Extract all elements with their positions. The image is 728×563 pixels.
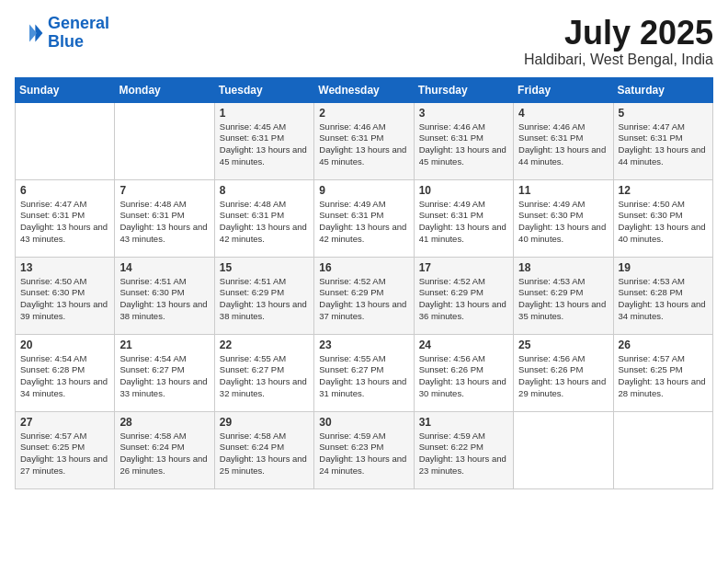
- day-info: Sunrise: 4:57 AM Sunset: 6:25 PM Dayligh…: [20, 431, 109, 477]
- day-number: 6: [20, 184, 109, 197]
- header-monday: Monday: [115, 77, 214, 102]
- calendar-cell: 14Sunrise: 4:51 AM Sunset: 6:30 PM Dayli…: [115, 257, 214, 334]
- day-info: Sunrise: 4:59 AM Sunset: 6:23 PM Dayligh…: [319, 431, 408, 477]
- calendar-cell: 29Sunrise: 4:58 AM Sunset: 6:24 PM Dayli…: [214, 411, 313, 488]
- day-number: 18: [518, 261, 608, 274]
- day-number: 26: [619, 339, 708, 351]
- day-number: 11: [518, 184, 608, 197]
- calendar-cell: 12Sunrise: 4:50 AM Sunset: 6:30 PM Dayli…: [613, 179, 712, 257]
- calendar-table: Sunday Monday Tuesday Wednesday Thursday…: [15, 77, 713, 489]
- calendar-cell: 20Sunrise: 4:54 AM Sunset: 6:28 PM Dayli…: [16, 334, 115, 411]
- calendar-cell: 16Sunrise: 4:52 AM Sunset: 6:29 PM Dayli…: [314, 257, 414, 334]
- day-number: 4: [518, 107, 608, 120]
- day-number: 10: [419, 184, 508, 197]
- calendar-cell: 25Sunrise: 4:56 AM Sunset: 6:26 PM Dayli…: [514, 334, 613, 411]
- calendar-cell: 2Sunrise: 4:46 AM Sunset: 6:31 PM Daylig…: [314, 102, 414, 179]
- day-number: 20: [20, 339, 109, 351]
- day-info: Sunrise: 4:59 AM Sunset: 6:22 PM Dayligh…: [419, 431, 508, 477]
- day-number: 15: [220, 261, 309, 274]
- day-number: 23: [319, 339, 408, 351]
- day-info: Sunrise: 4:57 AM Sunset: 6:25 PM Dayligh…: [619, 353, 708, 400]
- calendar-cell: [514, 411, 613, 488]
- calendar-cell: 3Sunrise: 4:46 AM Sunset: 6:31 PM Daylig…: [414, 102, 513, 179]
- calendar-cell: 4Sunrise: 4:46 AM Sunset: 6:31 PM Daylig…: [514, 102, 613, 179]
- header-wednesday: Wednesday: [314, 77, 414, 102]
- day-info: Sunrise: 4:54 AM Sunset: 6:27 PM Dayligh…: [119, 353, 209, 400]
- day-number: 21: [119, 339, 209, 351]
- day-number: 28: [119, 416, 209, 429]
- calendar-cell: 23Sunrise: 4:55 AM Sunset: 6:27 PM Dayli…: [314, 334, 414, 411]
- calendar-week-3: 20Sunrise: 4:54 AM Sunset: 6:28 PM Dayli…: [16, 334, 713, 411]
- logo: General Blue: [15, 15, 109, 52]
- calendar-cell: 9Sunrise: 4:49 AM Sunset: 6:31 PM Daylig…: [314, 179, 414, 257]
- day-number: 27: [20, 416, 109, 429]
- day-info: Sunrise: 4:46 AM Sunset: 6:31 PM Dayligh…: [518, 121, 608, 168]
- day-number: 31: [419, 416, 508, 429]
- day-number: 5: [619, 107, 708, 120]
- calendar-cell: 13Sunrise: 4:50 AM Sunset: 6:30 PM Dayli…: [16, 257, 115, 334]
- calendar-cell: 21Sunrise: 4:54 AM Sunset: 6:27 PM Dayli…: [115, 334, 214, 411]
- calendar-header: Sunday Monday Tuesday Wednesday Thursday…: [16, 77, 713, 102]
- calendar-cell: 18Sunrise: 4:53 AM Sunset: 6:29 PM Dayli…: [514, 257, 613, 334]
- day-number: 3: [419, 107, 508, 120]
- day-number: 22: [220, 339, 309, 351]
- day-number: 1: [220, 107, 309, 120]
- calendar-cell: 28Sunrise: 4:58 AM Sunset: 6:24 PM Dayli…: [115, 411, 214, 488]
- day-info: Sunrise: 4:53 AM Sunset: 6:29 PM Dayligh…: [518, 276, 608, 323]
- calendar-cell: 8Sunrise: 4:48 AM Sunset: 6:31 PM Daylig…: [214, 179, 313, 257]
- day-number: 19: [619, 261, 708, 274]
- page-header: General Blue July 2025 Haldibari, West B…: [15, 15, 713, 68]
- day-info: Sunrise: 4:56 AM Sunset: 6:26 PM Dayligh…: [419, 353, 508, 400]
- header-saturday: Saturday: [613, 77, 712, 102]
- calendar-cell: 10Sunrise: 4:49 AM Sunset: 6:31 PM Dayli…: [414, 179, 513, 257]
- day-info: Sunrise: 4:53 AM Sunset: 6:28 PM Dayligh…: [619, 276, 708, 323]
- location: Haldibari, West Bengal, India: [524, 52, 713, 68]
- day-info: Sunrise: 4:52 AM Sunset: 6:29 PM Dayligh…: [319, 276, 408, 323]
- day-number: 16: [319, 261, 408, 274]
- header-sunday: Sunday: [16, 77, 115, 102]
- day-info: Sunrise: 4:56 AM Sunset: 6:26 PM Dayligh…: [518, 353, 608, 400]
- day-info: Sunrise: 4:58 AM Sunset: 6:24 PM Dayligh…: [220, 431, 309, 477]
- day-info: Sunrise: 4:50 AM Sunset: 6:30 PM Dayligh…: [20, 276, 109, 323]
- calendar-cell: 27Sunrise: 4:57 AM Sunset: 6:25 PM Dayli…: [16, 411, 115, 488]
- calendar-cell: 5Sunrise: 4:47 AM Sunset: 6:31 PM Daylig…: [613, 102, 712, 179]
- day-number: 17: [419, 261, 508, 274]
- day-info: Sunrise: 4:51 AM Sunset: 6:29 PM Dayligh…: [220, 276, 309, 323]
- day-info: Sunrise: 4:58 AM Sunset: 6:24 PM Dayligh…: [119, 431, 209, 477]
- calendar-week-2: 13Sunrise: 4:50 AM Sunset: 6:30 PM Dayli…: [16, 257, 713, 334]
- day-info: Sunrise: 4:49 AM Sunset: 6:31 PM Dayligh…: [419, 199, 508, 246]
- day-info: Sunrise: 4:55 AM Sunset: 6:27 PM Dayligh…: [220, 353, 309, 400]
- logo-icon: [15, 18, 44, 48]
- calendar-cell: [16, 102, 115, 179]
- day-info: Sunrise: 4:52 AM Sunset: 6:29 PM Dayligh…: [419, 276, 508, 323]
- calendar-cell: 31Sunrise: 4:59 AM Sunset: 6:22 PM Dayli…: [414, 411, 513, 488]
- day-number: 2: [319, 107, 408, 120]
- header-row: Sunday Monday Tuesday Wednesday Thursday…: [16, 77, 713, 102]
- day-number: 29: [220, 416, 309, 429]
- calendar-cell: 22Sunrise: 4:55 AM Sunset: 6:27 PM Dayli…: [214, 334, 313, 411]
- calendar-cell: 11Sunrise: 4:49 AM Sunset: 6:30 PM Dayli…: [514, 179, 613, 257]
- day-number: 8: [220, 184, 309, 197]
- calendar-cell: 26Sunrise: 4:57 AM Sunset: 6:25 PM Dayli…: [613, 334, 712, 411]
- day-number: 7: [119, 184, 209, 197]
- calendar-cell: 7Sunrise: 4:48 AM Sunset: 6:31 PM Daylig…: [115, 179, 214, 257]
- day-number: 14: [119, 261, 209, 274]
- day-info: Sunrise: 4:48 AM Sunset: 6:31 PM Dayligh…: [220, 199, 309, 246]
- calendar-cell: [115, 102, 214, 179]
- calendar-cell: 24Sunrise: 4:56 AM Sunset: 6:26 PM Dayli…: [414, 334, 513, 411]
- day-info: Sunrise: 4:45 AM Sunset: 6:31 PM Dayligh…: [220, 121, 309, 168]
- day-info: Sunrise: 4:47 AM Sunset: 6:31 PM Dayligh…: [20, 199, 109, 246]
- day-number: 24: [419, 339, 508, 351]
- day-info: Sunrise: 4:47 AM Sunset: 6:31 PM Dayligh…: [619, 121, 708, 168]
- day-info: Sunrise: 4:46 AM Sunset: 6:31 PM Dayligh…: [419, 121, 508, 168]
- day-info: Sunrise: 4:49 AM Sunset: 6:30 PM Dayligh…: [518, 199, 608, 246]
- day-number: 30: [319, 416, 408, 429]
- day-info: Sunrise: 4:55 AM Sunset: 6:27 PM Dayligh…: [319, 353, 408, 400]
- calendar-week-0: 1Sunrise: 4:45 AM Sunset: 6:31 PM Daylig…: [16, 102, 713, 179]
- day-info: Sunrise: 4:51 AM Sunset: 6:30 PM Dayligh…: [119, 276, 209, 323]
- day-info: Sunrise: 4:48 AM Sunset: 6:31 PM Dayligh…: [119, 199, 209, 246]
- calendar-cell: [613, 411, 712, 488]
- header-thursday: Thursday: [414, 77, 513, 102]
- calendar-week-1: 6Sunrise: 4:47 AM Sunset: 6:31 PM Daylig…: [16, 179, 713, 257]
- day-info: Sunrise: 4:54 AM Sunset: 6:28 PM Dayligh…: [20, 353, 109, 400]
